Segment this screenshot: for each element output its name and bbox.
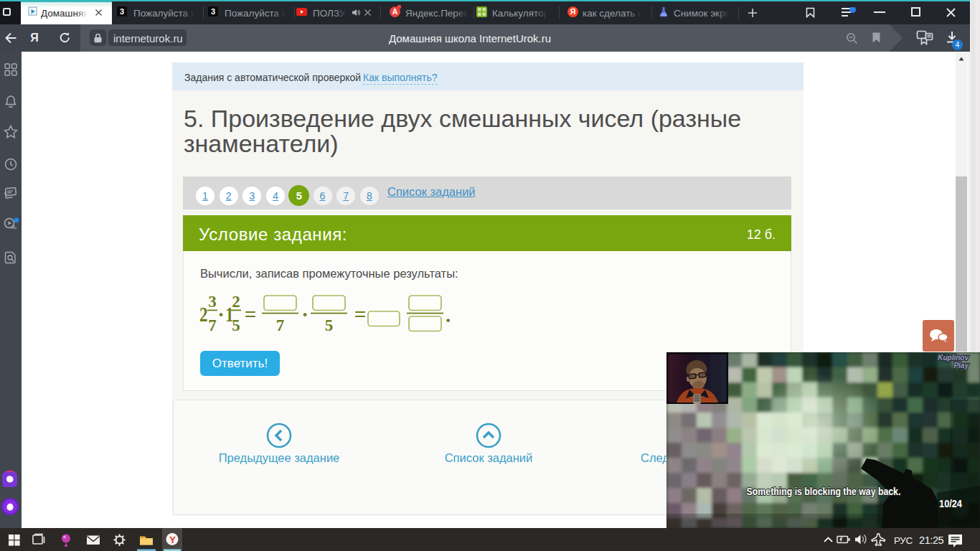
svg-text:5: 5 [325, 316, 334, 334]
svg-text:7: 7 [276, 316, 285, 334]
svg-text:РУС: РУС [894, 535, 913, 546]
svg-text:3: 3 [208, 293, 217, 311]
svg-text:=: = [245, 303, 257, 326]
svg-text:·: · [217, 303, 225, 326]
svg-text:2: 2 [199, 303, 208, 326]
svg-text:21:25: 21:25 [919, 534, 944, 546]
svg-text:10/24: 10/24 [939, 497, 962, 509]
svg-text:.: . [446, 303, 451, 326]
svg-text:Y: Y [169, 534, 176, 545]
svg-text:·: · [301, 303, 308, 326]
svg-text:Play: Play [953, 362, 969, 369]
svg-text:5: 5 [232, 316, 240, 334]
svg-text:Something is blocking the way: Something is blocking the way back. [747, 486, 901, 497]
svg-text:7: 7 [208, 316, 217, 334]
svg-text:=: = [354, 303, 367, 326]
svg-text:2: 2 [232, 293, 240, 311]
svg-text:Kuplinov: Kuplinov [938, 354, 969, 362]
